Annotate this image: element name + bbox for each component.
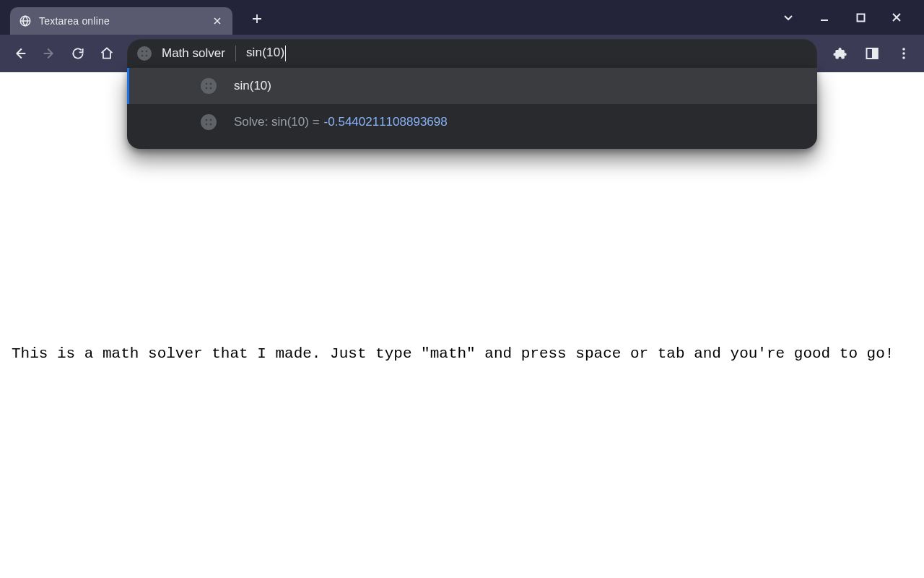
tab-title: Textarea online xyxy=(39,15,204,27)
svg-point-12 xyxy=(206,124,208,126)
toolbar-right-icons xyxy=(824,40,917,66)
omnibox-container: Math solver sin(10) sin(10) Solve: sin xyxy=(127,39,817,68)
svg-point-11 xyxy=(210,119,212,121)
svg-rect-1 xyxy=(857,14,864,21)
svg-point-3 xyxy=(146,51,148,53)
extension-icon xyxy=(201,78,217,94)
omnibox-suggestion[interactable]: Solve: sin(10) = -0.5440211108893698 xyxy=(127,104,817,140)
omnibox-separator xyxy=(235,46,236,61)
svg-point-18 xyxy=(902,56,905,59)
extensions-button[interactable] xyxy=(827,40,853,66)
suggestion-answer: -0.5440211108893698 xyxy=(324,115,448,129)
svg-point-2 xyxy=(141,51,144,53)
suggestion-text: sin(10) xyxy=(234,79,271,93)
nav-back-button[interactable] xyxy=(7,40,33,66)
window-controls xyxy=(780,0,920,35)
tab-search-button[interactable] xyxy=(780,9,797,26)
suggestion-prefix: Solve: sin(10) = xyxy=(234,115,320,129)
svg-point-8 xyxy=(206,87,208,90)
new-tab-button[interactable] xyxy=(245,7,269,30)
extension-icon xyxy=(137,46,152,61)
browser-menu-button[interactable] xyxy=(891,40,917,66)
tab-close-button[interactable] xyxy=(211,14,224,27)
text-cursor xyxy=(285,46,286,61)
tab-strip: Textarea online xyxy=(0,0,924,35)
svg-point-6 xyxy=(206,83,208,85)
nav-forward-button[interactable] xyxy=(36,40,62,66)
omnibox-keyword-chip: Math solver xyxy=(162,46,225,61)
window-maximize-button[interactable] xyxy=(852,9,869,26)
side-panel-button[interactable] xyxy=(859,40,885,66)
svg-point-5 xyxy=(146,55,148,57)
svg-point-13 xyxy=(210,124,212,126)
globe-icon xyxy=(19,14,32,27)
omnibox-query-text: sin(10) xyxy=(246,46,284,59)
browser-toolbar: Math solver sin(10) sin(10) Solve: sin xyxy=(0,35,924,72)
svg-rect-15 xyxy=(873,48,878,59)
home-button[interactable] xyxy=(94,40,120,66)
extension-icon xyxy=(201,114,217,130)
browser-window: Textarea online xyxy=(0,0,924,578)
window-close-button[interactable] xyxy=(888,9,905,26)
page-body-text[interactable]: This is a math solver that I made. Just … xyxy=(12,344,912,364)
omnibox-suggestions-dropdown: sin(10) Solve: sin(10) = -0.544021110889… xyxy=(127,68,817,149)
window-minimize-button[interactable] xyxy=(816,9,833,26)
svg-point-9 xyxy=(210,87,212,90)
svg-point-7 xyxy=(210,83,212,85)
svg-point-16 xyxy=(902,48,905,51)
omnibox-input[interactable]: sin(10) xyxy=(246,46,807,61)
reload-button[interactable] xyxy=(65,40,91,66)
omnibox[interactable]: Math solver sin(10) xyxy=(127,39,817,68)
omnibox-suggestion[interactable]: sin(10) xyxy=(127,68,817,104)
svg-point-10 xyxy=(206,119,208,121)
svg-point-4 xyxy=(141,55,144,57)
svg-point-17 xyxy=(902,52,905,55)
browser-tab[interactable]: Textarea online xyxy=(10,7,232,35)
